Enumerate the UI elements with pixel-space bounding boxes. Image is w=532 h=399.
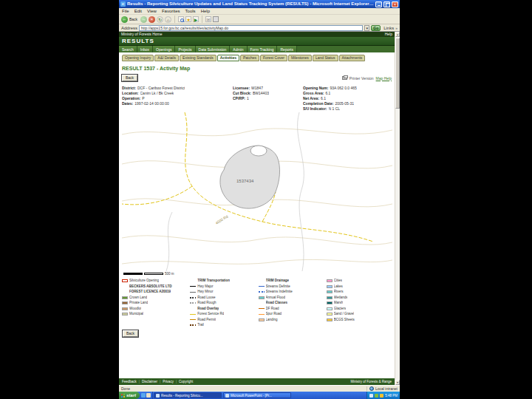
quick-launch-ie-icon[interactable] xyxy=(141,393,146,398)
favorites-icon[interactable] xyxy=(185,16,191,22)
legend-item: Streams Indefinite xyxy=(259,290,324,294)
nav-tab[interactable]: Reports xyxy=(277,46,297,52)
page-footer: FeedbackDisclaimerPrivacyCopyright Minis… xyxy=(119,378,395,385)
task-button[interactable]: Microsoft PowerPoint - [Pr... xyxy=(223,392,291,398)
zone-label: Local intranet xyxy=(375,386,398,391)
detail-row: District:DCF - Cariboo Forest District xyxy=(122,86,225,90)
detail-row: S/U Indicator:N 1 CL xyxy=(303,106,392,111)
legend-swatch xyxy=(122,279,128,282)
mail-icon[interactable] xyxy=(205,16,211,22)
show-desktop-icon[interactable] xyxy=(146,393,151,398)
print-icon[interactable] xyxy=(213,16,219,22)
legend-item: Wetlands xyxy=(327,296,392,300)
legend-swatch xyxy=(190,297,196,299)
legend-swatch xyxy=(122,301,128,304)
footer-link[interactable]: Disclaimer xyxy=(137,378,157,385)
vertical-scrollbar[interactable] xyxy=(395,32,400,385)
sub-tabs: Opening InquiryA&I DetailsExisting Stand… xyxy=(122,55,392,61)
menu-item[interactable]: File xyxy=(122,8,129,15)
nav-tab[interactable]: Projects xyxy=(175,46,195,52)
back-icon[interactable] xyxy=(121,16,128,23)
details-column-1: District:DCF - Cariboo Forest DistrictLo… xyxy=(122,86,225,111)
back-button-bottom[interactable]: Back xyxy=(123,330,138,337)
legend-label: Road Rough xyxy=(197,301,216,305)
gov-home-link[interactable]: Ministry of Forests Home xyxy=(121,32,163,37)
legend-swatch xyxy=(259,296,265,299)
sub-tab[interactable]: Attachments xyxy=(339,55,366,61)
address-dropdown-icon[interactable] xyxy=(364,25,369,31)
detail-label: Net Area: xyxy=(303,96,319,100)
forward-icon[interactable] xyxy=(140,16,147,23)
scrollbar-thumb[interactable] xyxy=(395,38,400,109)
links-chevron-icon[interactable] xyxy=(395,26,398,30)
tray-icon-1[interactable] xyxy=(369,394,373,398)
menu-bar: FileEditViewFavoritesToolsHelp xyxy=(119,8,400,15)
scroll-down-icon[interactable] xyxy=(395,380,400,385)
legend-label: Spur Road xyxy=(266,312,282,316)
footer-link[interactable]: Copyright xyxy=(174,378,193,385)
legend-label: Streams Definite xyxy=(266,284,290,289)
detail-row: Opening Num:93A 062 0.0 465 xyxy=(303,86,392,90)
printer-icon[interactable] xyxy=(342,76,347,80)
sub-tab[interactable]: Land Status xyxy=(313,55,338,61)
map-help-link[interactable]: Map Help xyxy=(376,76,392,81)
menu-item[interactable]: Help xyxy=(201,8,210,15)
start-button[interactable]: start xyxy=(119,392,140,399)
legend-swatch xyxy=(190,324,196,326)
close-button[interactable] xyxy=(392,1,398,7)
detail-value: 1 xyxy=(247,96,249,100)
links-label[interactable]: Links xyxy=(383,26,394,30)
menu-item[interactable]: Edit xyxy=(134,8,142,15)
task-button[interactable]: Results - Reporting Silvicu... xyxy=(154,392,222,398)
search-icon[interactable] xyxy=(178,16,184,22)
detail-value: DCF - Cariboo Forest District xyxy=(137,86,185,90)
nav-tab[interactable]: Openings xyxy=(153,46,175,52)
legend-item: Road Loose xyxy=(190,296,255,300)
address-input[interactable]: http://apps15.for.gov.bc.ca/results/tile… xyxy=(139,25,363,31)
detail-label: Gross Area: xyxy=(303,91,324,95)
legend-item: Crown Land xyxy=(122,296,187,300)
maximize-button[interactable] xyxy=(383,1,390,7)
details-column-2: Licensee:W1847Cut Block:BW14403CP/RP:1 xyxy=(233,86,296,111)
map-links: Printer Version Map Help xyxy=(342,76,392,81)
menu-item[interactable]: View xyxy=(147,8,157,15)
legend-label: Cities xyxy=(334,279,342,283)
legend-label: TRIM Transportation xyxy=(197,279,230,283)
stop-icon[interactable] xyxy=(149,16,155,23)
footer-link[interactable]: Privacy xyxy=(157,378,174,385)
footer-link[interactable]: Feedback xyxy=(122,378,137,385)
minimize-button[interactable] xyxy=(375,1,382,7)
map-opening-label: 1537434 xyxy=(236,179,254,183)
gov-help-link[interactable]: Help xyxy=(385,32,392,37)
scroll-up-icon[interactable] xyxy=(395,32,400,37)
title-bar[interactable]: Results - Reporting Silviculture Updates… xyxy=(119,0,400,8)
nav-tab[interactable]: Form Tracking xyxy=(248,46,278,52)
tray-icon-2[interactable] xyxy=(375,394,378,398)
sub-tab[interactable]: A&I Details xyxy=(154,55,179,61)
back-label[interactable]: Back xyxy=(129,17,137,21)
menu-item[interactable]: Favorites xyxy=(162,8,180,15)
nav-tab[interactable]: Search xyxy=(119,46,137,52)
sub-tab[interactable]: Opening Inquiry xyxy=(122,55,154,61)
tray-icon-3[interactable] xyxy=(380,394,383,398)
nav-tab[interactable]: Inbox xyxy=(137,46,153,52)
detail-value: N 1 CL xyxy=(329,106,341,111)
legend-item: Road Overlay xyxy=(190,307,255,311)
media-icon[interactable] xyxy=(193,16,199,22)
nav-tab[interactable]: Data Submission xyxy=(196,46,231,52)
legend-label: Wetlands xyxy=(334,296,348,300)
printer-version-link[interactable]: Printer Version xyxy=(349,76,374,81)
scrollbar-track[interactable] xyxy=(395,109,400,380)
back-button-top[interactable]: Back xyxy=(122,75,137,81)
nav-tab[interactable]: Admin xyxy=(230,46,247,52)
refresh-icon[interactable] xyxy=(157,16,163,23)
sub-tab[interactable]: Existing Standards xyxy=(180,55,216,61)
sub-tab[interactable]: Milestones xyxy=(288,55,312,61)
legend-label: TRIM Drainage xyxy=(266,279,290,283)
sub-tab[interactable]: Forest Cover xyxy=(260,55,287,61)
sub-tab[interactable]: Patches xyxy=(240,55,259,61)
menu-item[interactable]: Tools xyxy=(185,8,196,15)
sub-tab[interactable]: Activities xyxy=(217,55,239,61)
go-button[interactable]: Go xyxy=(371,25,381,31)
home-icon[interactable] xyxy=(165,16,171,23)
